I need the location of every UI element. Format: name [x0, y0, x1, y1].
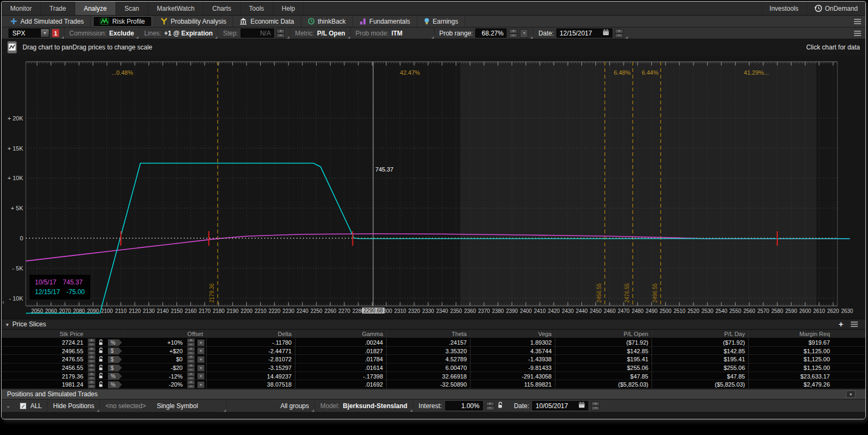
slices-menu-icon[interactable] [851, 320, 858, 328]
symbol-mode-dropdown[interactable]: Single Symbol [151, 400, 227, 412]
offset-dropdown-icon[interactable]: ▼ [196, 380, 206, 389]
offset-unit-badge[interactable]: $ [106, 355, 124, 363]
hide-positions-button[interactable]: Hide Positions [48, 400, 100, 412]
toolbar-button-risk-profile[interactable]: Risk Profile [93, 16, 152, 27]
unlock-icon[interactable] [497, 401, 503, 410]
risk-profile-chart[interactable]: ‹ + 20K+ 15K+ 10K+ 5K0- 5K- 10K- 15K- 20… [2, 55, 865, 319]
stk-price-stepper[interactable]: +− [86, 372, 96, 381]
toolbar-button-probability-analysis[interactable]: Probability Analysis [154, 16, 233, 27]
prob-mode-group[interactable]: Prob mode: ITM [351, 27, 435, 39]
stk-price-stepper[interactable]: +− [86, 380, 96, 389]
price-slice-row[interactable]: 2179.36+−%-12%+−▼14.49237-.1739832.66918… [2, 372, 865, 381]
investools-link[interactable]: Investools [762, 2, 806, 15]
column-header-pl-day[interactable]: P/L Day [652, 330, 748, 338]
calendar-icon[interactable] [578, 402, 585, 410]
positions-date-stepper[interactable]: +− [591, 402, 599, 410]
stk-price-stepper[interactable]: +− [86, 347, 96, 355]
unlock-icon[interactable] [96, 380, 106, 389]
menu-item-monitor[interactable]: Monitor [2, 2, 41, 15]
positions-collapse-icon[interactable]: ▼ [846, 390, 856, 398]
price-slice-row[interactable]: 2724.21+−%+10%+−▼-.11780.00244.241571.89… [2, 338, 865, 347]
offset-dropdown-icon[interactable]: ▼ [196, 372, 206, 381]
chart-canvas[interactable] [2, 55, 865, 319]
offset-dropdown-icon[interactable]: ▼ [196, 347, 206, 355]
toolbar-button-fundamentals[interactable]: Fundamentals [353, 16, 417, 27]
offset-stepper[interactable]: +− [186, 380, 196, 389]
toolbar-button-economic-data[interactable]: Economic Data [233, 16, 301, 27]
offset-stepper[interactable]: +− [186, 347, 196, 355]
prob-range-dropdown-icon[interactable]: ▼ [520, 29, 528, 38]
price-slice-row[interactable]: 2476.55+−$$0+−▼-2.81072.017844.52789-1.4… [2, 355, 865, 363]
stk-price-stepper[interactable]: +− [86, 355, 96, 363]
offset-stepper[interactable]: +− [186, 355, 196, 363]
expiration-date-input[interactable]: 12/15/2017 [556, 28, 612, 38]
toolbar-button-thinkback[interactable]: thinkBack [301, 16, 353, 27]
positions-date-input[interactable]: 10/05/2017 [532, 401, 588, 410]
column-header-vega[interactable]: Vega [470, 330, 555, 338]
price-slice-row[interactable]: 2496.55+−$+$20+−▼-2.44771.018273.353204.… [2, 347, 865, 355]
menu-item-help[interactable]: Help [273, 2, 305, 15]
offset-dropdown-icon[interactable]: ▼ [196, 355, 206, 363]
offset-unit-badge[interactable]: % [106, 372, 124, 381]
column-header-pl-open[interactable]: P/L Open [555, 330, 652, 338]
menu-item-marketwatch[interactable]: MarketWatch [148, 2, 204, 15]
stk-price-stepper[interactable]: +− [86, 338, 96, 347]
column-header-delta[interactable]: Delta [206, 330, 295, 338]
chart-tool-icon[interactable] [7, 41, 17, 54]
unlock-icon[interactable] [96, 355, 106, 363]
symbol-dropdown-icon[interactable]: ▼ [40, 29, 49, 37]
offset-unit-badge[interactable]: $ [106, 347, 124, 355]
column-header-gamma[interactable]: Gamma [295, 330, 386, 338]
toolbar-menu-icon[interactable] [854, 18, 861, 25]
unlock-icon[interactable] [96, 363, 106, 372]
offset-dropdown-icon[interactable]: ▼ [196, 338, 206, 347]
toolbar-button-add-simulated-trades[interactable]: Add Simulated Trades [4, 16, 91, 27]
menu-item-tools[interactable]: Tools [241, 2, 273, 15]
column-header-margin-req[interactable]: Margin Req [748, 330, 864, 338]
price-slice-row[interactable]: 1981.24+−%-20%+−▼38.07518.01692-32.50890… [2, 380, 865, 389]
offset-stepper[interactable]: +− [186, 338, 196, 347]
unlock-icon[interactable] [96, 338, 106, 347]
date-stepper[interactable]: +− [615, 29, 623, 38]
column-header-theta[interactable]: Theta [386, 330, 470, 338]
ondemand-button[interactable]: OnDemand [806, 2, 865, 15]
prob-range-stepper[interactable]: +− [509, 29, 517, 38]
menu-item-trade[interactable]: Trade [41, 2, 75, 15]
all-checkbox[interactable]: ✓ [20, 403, 26, 409]
interest-input[interactable]: 1.00% [445, 401, 483, 410]
toolbar-button-earnings[interactable]: Earnings [417, 16, 465, 27]
metric-group[interactable]: Metric: P/L Open [290, 27, 350, 39]
unlock-icon[interactable] [96, 372, 106, 381]
menu-item-charts[interactable]: Charts [204, 2, 240, 15]
offset-unit-badge[interactable]: % [106, 380, 124, 389]
offset-stepper[interactable]: +− [186, 372, 196, 381]
offset-unit-badge[interactable]: $ [106, 363, 124, 372]
interest-stepper[interactable]: +− [486, 402, 494, 410]
commission-group[interactable]: Commission: Exclude [64, 27, 139, 39]
column-header-offset[interactable]: Offset [124, 330, 206, 338]
collapse-chevron-icon[interactable]: ▾ [6, 322, 9, 327]
price-slice-row[interactable]: 2456.55+−$-$20+−▼-3.15297.016146.00470-9… [2, 363, 865, 372]
alert-badge[interactable]: 1 [52, 29, 59, 37]
step-input[interactable]: N/A [241, 28, 274, 38]
menu-item-analyze[interactable]: Analyze [75, 2, 116, 15]
calendar-icon[interactable] [603, 29, 609, 37]
unlock-icon[interactable] [96, 347, 106, 355]
lines-group[interactable]: Lines: +1 @ Expiration [139, 27, 218, 39]
offset-stepper[interactable]: +− [186, 363, 196, 372]
step-stepper[interactable]: +− [277, 29, 285, 38]
offset-dropdown-icon[interactable]: ▼ [196, 363, 206, 372]
column-header-stk-price[interactable]: Stk Price [2, 330, 86, 338]
add-slice-button[interactable]: + [838, 321, 843, 327]
groups-dropdown[interactable]: All groups [275, 400, 315, 412]
offset-unit-badge[interactable]: % [106, 338, 124, 347]
stk-price-stepper[interactable]: +− [86, 363, 96, 372]
expand-chevron-icon[interactable]: ⌄ [6, 403, 10, 409]
symbol-input[interactable]: SPX ▼ [9, 28, 49, 38]
settings-menu-icon[interactable] [854, 30, 861, 37]
legend-item: 10/5/17745.37 [35, 277, 85, 287]
gamma-value: .01692 [295, 380, 386, 389]
menu-item-scan[interactable]: Scan [116, 2, 148, 15]
prob-range-input[interactable]: 68.27% [475, 28, 507, 38]
model-dropdown[interactable]: Model: Bjerksund-Stensland [315, 400, 413, 412]
